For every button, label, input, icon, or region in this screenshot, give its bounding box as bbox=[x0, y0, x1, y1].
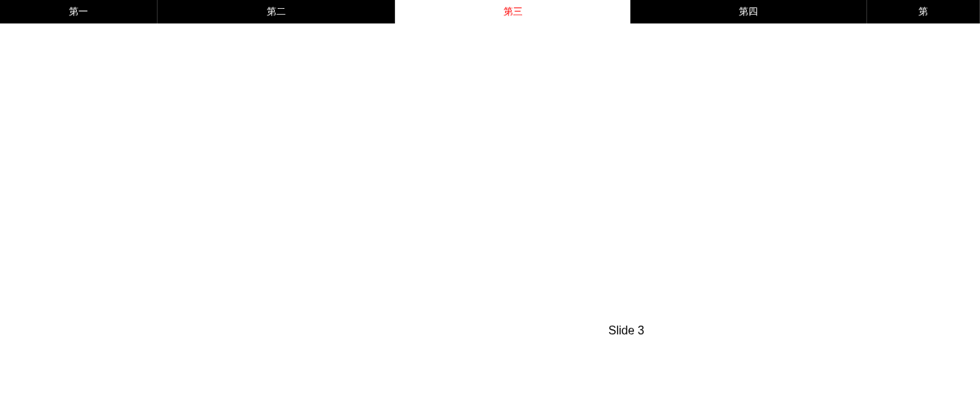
tab-second[interactable]: 第二 bbox=[158, 0, 395, 23]
slide-label: Slide 3 bbox=[608, 324, 644, 337]
slide-content-area: Slide 3 bbox=[0, 23, 980, 418]
tab-fourth[interactable]: 第四 bbox=[630, 0, 867, 23]
tab-third[interactable]: 第三 bbox=[395, 0, 630, 23]
tab-bar: 第一 第二 第三 第四 第 bbox=[0, 0, 980, 23]
tab-first[interactable]: 第一 bbox=[0, 0, 158, 23]
tab-fifth[interactable]: 第 bbox=[867, 0, 980, 23]
tab-label: 第三 bbox=[504, 5, 523, 18]
tab-label: 第四 bbox=[739, 5, 758, 18]
tab-label: 第一 bbox=[69, 5, 88, 18]
tab-label: 第二 bbox=[267, 5, 286, 18]
tab-label: 第 bbox=[918, 5, 928, 18]
